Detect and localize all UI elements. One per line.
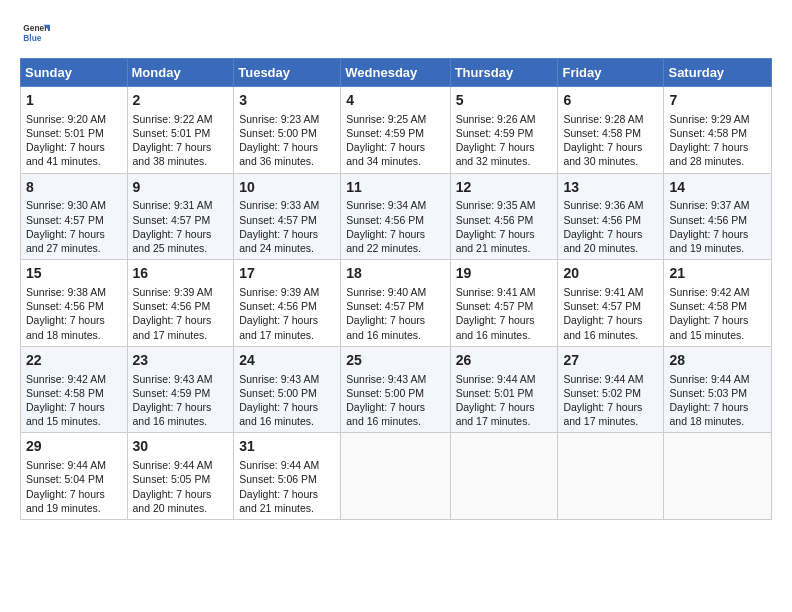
sunrise-line: Sunrise: 9:28 AM	[563, 113, 643, 125]
daylight-line: Daylight: 7 hours and 36 minutes.	[239, 141, 318, 167]
calendar-cell: 15Sunrise: 9:38 AMSunset: 4:56 PMDayligh…	[21, 260, 128, 347]
day-number: 19	[456, 264, 553, 283]
calendar-cell: 8Sunrise: 9:30 AMSunset: 4:57 PMDaylight…	[21, 173, 128, 260]
weekday-header: Monday	[127, 59, 234, 87]
calendar-cell	[558, 433, 664, 520]
calendar-cell: 19Sunrise: 9:41 AMSunset: 4:57 PMDayligh…	[450, 260, 558, 347]
sunset-line: Sunset: 4:58 PM	[26, 387, 104, 399]
page-header: General Blue	[20, 18, 772, 48]
day-number: 25	[346, 351, 444, 370]
calendar-week-row: 1Sunrise: 9:20 AMSunset: 5:01 PMDaylight…	[21, 87, 772, 174]
weekday-header: Tuesday	[234, 59, 341, 87]
day-number: 26	[456, 351, 553, 370]
daylight-line: Daylight: 7 hours and 16 minutes.	[133, 401, 212, 427]
day-number: 30	[133, 437, 229, 456]
sunset-line: Sunset: 4:57 PM	[133, 214, 211, 226]
calendar-cell: 18Sunrise: 9:40 AMSunset: 4:57 PMDayligh…	[341, 260, 450, 347]
calendar-cell: 29Sunrise: 9:44 AMSunset: 5:04 PMDayligh…	[21, 433, 128, 520]
sunset-line: Sunset: 5:00 PM	[346, 387, 424, 399]
daylight-line: Daylight: 7 hours and 18 minutes.	[26, 314, 105, 340]
sunset-line: Sunset: 4:57 PM	[563, 300, 641, 312]
calendar-cell: 9Sunrise: 9:31 AMSunset: 4:57 PMDaylight…	[127, 173, 234, 260]
sunrise-line: Sunrise: 9:43 AM	[346, 373, 426, 385]
day-number: 14	[669, 178, 766, 197]
sunrise-line: Sunrise: 9:25 AM	[346, 113, 426, 125]
calendar-page: General Blue SundayMondayTuesdayWednesda…	[0, 0, 792, 612]
sunset-line: Sunset: 5:06 PM	[239, 473, 317, 485]
sunrise-line: Sunrise: 9:31 AM	[133, 199, 213, 211]
daylight-line: Daylight: 7 hours and 41 minutes.	[26, 141, 105, 167]
sunset-line: Sunset: 5:01 PM	[26, 127, 104, 139]
sunrise-line: Sunrise: 9:33 AM	[239, 199, 319, 211]
day-number: 6	[563, 91, 658, 110]
calendar-cell	[450, 433, 558, 520]
daylight-line: Daylight: 7 hours and 17 minutes.	[239, 314, 318, 340]
day-number: 8	[26, 178, 122, 197]
sunset-line: Sunset: 4:57 PM	[239, 214, 317, 226]
sunrise-line: Sunrise: 9:43 AM	[239, 373, 319, 385]
calendar-cell: 26Sunrise: 9:44 AMSunset: 5:01 PMDayligh…	[450, 346, 558, 433]
calendar-week-row: 8Sunrise: 9:30 AMSunset: 4:57 PMDaylight…	[21, 173, 772, 260]
sunrise-line: Sunrise: 9:36 AM	[563, 199, 643, 211]
daylight-line: Daylight: 7 hours and 21 minutes.	[239, 488, 318, 514]
sunrise-line: Sunrise: 9:44 AM	[456, 373, 536, 385]
calendar-week-row: 29Sunrise: 9:44 AMSunset: 5:04 PMDayligh…	[21, 433, 772, 520]
daylight-line: Daylight: 7 hours and 19 minutes.	[669, 228, 748, 254]
sunset-line: Sunset: 4:56 PM	[133, 300, 211, 312]
sunset-line: Sunset: 4:58 PM	[669, 127, 747, 139]
sunset-line: Sunset: 4:56 PM	[563, 214, 641, 226]
calendar-cell: 30Sunrise: 9:44 AMSunset: 5:05 PMDayligh…	[127, 433, 234, 520]
sunrise-line: Sunrise: 9:29 AM	[669, 113, 749, 125]
calendar-cell: 3Sunrise: 9:23 AMSunset: 5:00 PMDaylight…	[234, 87, 341, 174]
calendar-cell: 6Sunrise: 9:28 AMSunset: 4:58 PMDaylight…	[558, 87, 664, 174]
daylight-line: Daylight: 7 hours and 17 minutes.	[133, 314, 212, 340]
calendar-cell	[664, 433, 772, 520]
daylight-line: Daylight: 7 hours and 25 minutes.	[133, 228, 212, 254]
day-number: 28	[669, 351, 766, 370]
day-number: 11	[346, 178, 444, 197]
daylight-line: Daylight: 7 hours and 34 minutes.	[346, 141, 425, 167]
sunrise-line: Sunrise: 9:39 AM	[239, 286, 319, 298]
day-number: 31	[239, 437, 335, 456]
daylight-line: Daylight: 7 hours and 20 minutes.	[133, 488, 212, 514]
sunrise-line: Sunrise: 9:44 AM	[669, 373, 749, 385]
calendar-cell: 27Sunrise: 9:44 AMSunset: 5:02 PMDayligh…	[558, 346, 664, 433]
calendar-cell: 28Sunrise: 9:44 AMSunset: 5:03 PMDayligh…	[664, 346, 772, 433]
daylight-line: Daylight: 7 hours and 38 minutes.	[133, 141, 212, 167]
sunset-line: Sunset: 5:03 PM	[669, 387, 747, 399]
daylight-line: Daylight: 7 hours and 21 minutes.	[456, 228, 535, 254]
sunrise-line: Sunrise: 9:23 AM	[239, 113, 319, 125]
daylight-line: Daylight: 7 hours and 16 minutes.	[239, 401, 318, 427]
calendar-table: SundayMondayTuesdayWednesdayThursdayFrid…	[20, 58, 772, 520]
day-number: 21	[669, 264, 766, 283]
logo-icon: General Blue	[20, 18, 50, 48]
sunset-line: Sunset: 4:56 PM	[669, 214, 747, 226]
sunset-line: Sunset: 5:00 PM	[239, 127, 317, 139]
daylight-line: Daylight: 7 hours and 22 minutes.	[346, 228, 425, 254]
sunset-line: Sunset: 4:58 PM	[563, 127, 641, 139]
day-number: 12	[456, 178, 553, 197]
calendar-cell: 22Sunrise: 9:42 AMSunset: 4:58 PMDayligh…	[21, 346, 128, 433]
sunrise-line: Sunrise: 9:39 AM	[133, 286, 213, 298]
svg-text:Blue: Blue	[23, 33, 41, 43]
sunset-line: Sunset: 4:57 PM	[456, 300, 534, 312]
day-number: 29	[26, 437, 122, 456]
daylight-line: Daylight: 7 hours and 32 minutes.	[456, 141, 535, 167]
calendar-cell: 16Sunrise: 9:39 AMSunset: 4:56 PMDayligh…	[127, 260, 234, 347]
sunrise-line: Sunrise: 9:41 AM	[563, 286, 643, 298]
sunset-line: Sunset: 5:01 PM	[456, 387, 534, 399]
day-number: 2	[133, 91, 229, 110]
daylight-line: Daylight: 7 hours and 20 minutes.	[563, 228, 642, 254]
sunset-line: Sunset: 4:56 PM	[239, 300, 317, 312]
calendar-week-row: 15Sunrise: 9:38 AMSunset: 4:56 PMDayligh…	[21, 260, 772, 347]
sunset-line: Sunset: 4:56 PM	[26, 300, 104, 312]
sunset-line: Sunset: 4:57 PM	[26, 214, 104, 226]
sunset-line: Sunset: 4:56 PM	[346, 214, 424, 226]
sunset-line: Sunset: 4:59 PM	[456, 127, 534, 139]
daylight-line: Daylight: 7 hours and 17 minutes.	[563, 401, 642, 427]
sunset-line: Sunset: 5:05 PM	[133, 473, 211, 485]
daylight-line: Daylight: 7 hours and 24 minutes.	[239, 228, 318, 254]
daylight-line: Daylight: 7 hours and 15 minutes.	[669, 314, 748, 340]
daylight-line: Daylight: 7 hours and 15 minutes.	[26, 401, 105, 427]
day-number: 3	[239, 91, 335, 110]
